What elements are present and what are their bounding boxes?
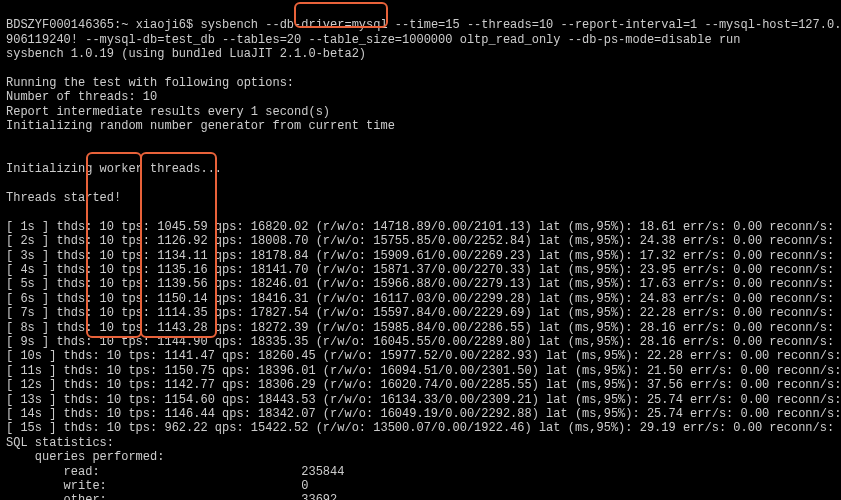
tps-row: [ 7s ] thds: 10 tps: 1114.35 qps: 17827.… [6, 306, 841, 320]
prompt-line[interactable]: BDSZYF000146365:~ xiaoji6$ sysbench --db… [6, 18, 841, 32]
tps-row: [ 8s ] thds: 10 tps: 1143.28 qps: 18272.… [6, 321, 841, 335]
stat-other: other: 33692 [6, 493, 337, 500]
stat-read: read: 235844 [6, 465, 344, 479]
tps-row: [ 5s ] thds: 10 tps: 1139.56 qps: 18246.… [6, 277, 841, 291]
tps-row: [ 9s ] thds: 10 tps: 1144.90 qps: 18335.… [6, 335, 841, 349]
opt-threads: Number of threads: 10 [6, 90, 157, 104]
tps-row: [ 12s ] thds: 10 tps: 1142.77 qps: 18306… [6, 378, 841, 392]
threads-started: Threads started! [6, 191, 121, 205]
tps-row: [ 3s ] thds: 10 tps: 1134.11 qps: 18178.… [6, 249, 841, 263]
tps-row: [ 10s ] thds: 10 tps: 1141.47 qps: 18260… [6, 349, 841, 363]
version-line: sysbench 1.0.19 (using bundled LuaJIT 2.… [6, 47, 366, 61]
cmd-line2: 906119240! --mysql-db=test_db --tables=2… [6, 33, 741, 47]
opts-header: Running the test with following options: [6, 76, 294, 90]
queries-performed: queries performed: [6, 450, 164, 464]
terminal: BDSZYF000146365:~ xiaoji6$ sysbench --db… [0, 0, 841, 500]
tps-row: [ 13s ] thds: 10 tps: 1154.60 qps: 18443… [6, 393, 841, 407]
opt-rng: Initializing random number generator fro… [6, 119, 395, 133]
tps-row: [ 14s ] thds: 10 tps: 1146.44 qps: 18342… [6, 407, 841, 421]
sql-stats-header: SQL statistics: [6, 436, 114, 450]
tps-row: [ 15s ] thds: 10 tps: 962.22 qps: 15422.… [6, 421, 841, 435]
opt-report: Report intermediate results every 1 seco… [6, 105, 330, 119]
init-workers: Initializing worker threads... [6, 162, 222, 176]
tps-row: [ 1s ] thds: 10 tps: 1045.59 qps: 16820.… [6, 220, 841, 234]
tps-row: [ 2s ] thds: 10 tps: 1126.92 qps: 18008.… [6, 234, 841, 248]
tps-row: [ 11s ] thds: 10 tps: 1150.75 qps: 18396… [6, 364, 841, 378]
stat-write: write: 0 [6, 479, 308, 493]
tps-row: [ 4s ] thds: 10 tps: 1135.16 qps: 18141.… [6, 263, 841, 277]
tps-row: [ 6s ] thds: 10 tps: 1150.14 qps: 18416.… [6, 292, 841, 306]
